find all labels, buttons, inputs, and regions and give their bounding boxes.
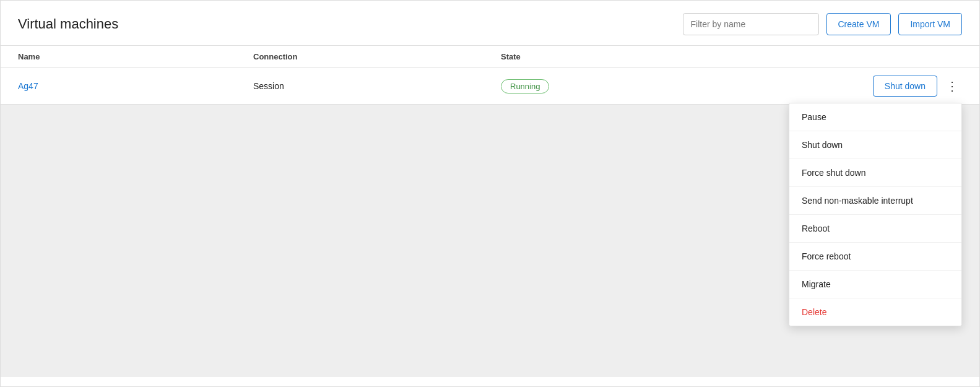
header-actions: Create VM Import VM <box>683 13 963 35</box>
create-vm-button[interactable]: Create VM <box>826 13 891 35</box>
table-row: Ag47 Session Running Shut down ⋮ PauseSh… <box>1 68 979 105</box>
state-badge: Running <box>501 79 549 93</box>
dropdown-item-force-reboot[interactable]: Force reboot <box>789 243 961 271</box>
more-actions-button[interactable]: ⋮ <box>942 76 962 96</box>
dropdown-item-shutdown[interactable]: Shut down <box>789 131 961 159</box>
import-vm-button[interactable]: Import VM <box>898 13 962 35</box>
cell-state: Running <box>501 79 873 93</box>
more-icon: ⋮ <box>946 79 958 93</box>
page-title: Virtual machines <box>18 16 118 32</box>
dropdown-menu: PauseShut downForce shut downSend non-ma… <box>789 103 962 326</box>
header: Virtual machines Create VM Import VM <box>1 1 979 46</box>
dropdown-item-delete[interactable]: Delete <box>789 298 961 326</box>
dropdown-item-nmi[interactable]: Send non-maskable interrupt <box>789 187 961 215</box>
dropdown-item-force-shutdown[interactable]: Force shut down <box>789 159 961 187</box>
page-container: Virtual machines Create VM Import VM Nam… <box>0 0 980 387</box>
dropdown-item-migrate[interactable]: Migrate <box>789 271 961 298</box>
table-header: Name Connection State <box>1 46 979 68</box>
vm-name-link[interactable]: Ag47 <box>18 81 38 91</box>
column-header-connection: Connection <box>253 52 501 61</box>
dropdown-item-reboot[interactable]: Reboot <box>789 215 961 243</box>
table-body: Ag47 Session Running Shut down ⋮ PauseSh… <box>1 68 979 377</box>
cell-name: Ag47 <box>18 81 253 91</box>
shutdown-button[interactable]: Shut down <box>873 76 937 97</box>
column-header-state: State <box>501 52 962 61</box>
filter-input[interactable] <box>683 13 819 35</box>
dropdown-item-pause[interactable]: Pause <box>789 103 961 131</box>
column-header-name: Name <box>18 52 253 61</box>
cell-connection: Session <box>253 81 501 91</box>
cell-actions: Shut down ⋮ PauseShut downForce shut dow… <box>873 76 962 97</box>
